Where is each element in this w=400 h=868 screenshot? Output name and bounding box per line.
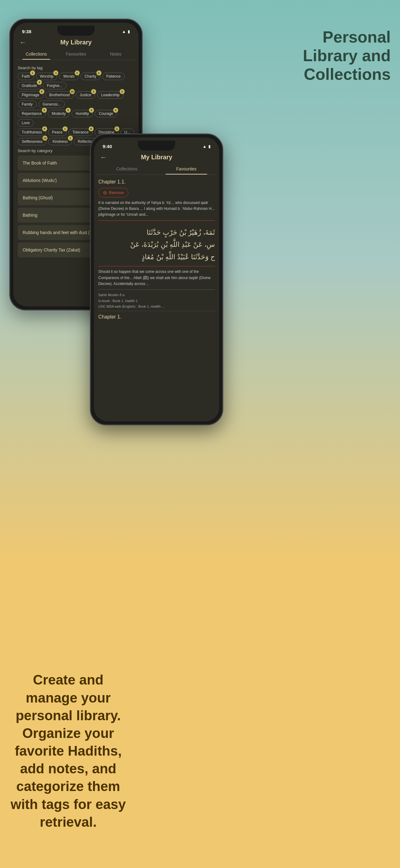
phone1-tabs: Collections Favourites Notes xyxy=(16,49,135,60)
phone2-tabs: Collections Favourites xyxy=(97,163,216,175)
tag-leadership-badge: 2 xyxy=(120,89,125,94)
tag-forgive[interactable]: Forgive... xyxy=(43,82,66,89)
tab-favourites[interactable]: Favourites xyxy=(56,49,96,60)
tag-morals-badge: 1 xyxy=(75,70,80,75)
phone1-notch xyxy=(57,26,95,36)
chapter2-title: Chapter 1. xyxy=(98,311,215,323)
tag-brotherhood[interactable]: Brotherhood 10 xyxy=(45,91,74,99)
promo-top-right: Personal Library and Collections xyxy=(298,28,391,84)
tags-row1: Faith 1 Worship 1 Morals 1 Charity 2 Pat… xyxy=(18,73,134,89)
tag-tolerance-badge: 6 xyxy=(89,126,94,131)
phone1-title: My Library xyxy=(60,39,92,46)
tag-pilgrimage-badge: 6 xyxy=(39,89,44,94)
tag-repentance[interactable]: Repentance 5 xyxy=(18,110,46,117)
tag-peace[interactable]: Peace 1 xyxy=(48,128,67,136)
tag-gratitude-badge: 6 xyxy=(37,80,42,85)
ref1: Sahih Muslim 8 a xyxy=(98,292,215,298)
tag-justice[interactable]: Justice 2 xyxy=(76,91,95,99)
phone2-screen: 9:40 ▲ ▮ ← My Library Collections Favour… xyxy=(94,137,219,421)
tag-discipline-badge: 1 xyxy=(114,126,120,131)
tag-love[interactable]: Love xyxy=(18,119,34,127)
tag-selflessness[interactable]: Selflessness 12 xyxy=(18,138,46,145)
tag-truthfulness-badge: 9 xyxy=(42,126,47,131)
minus-icon: ⊖ xyxy=(103,190,107,195)
hadith-english-text: Should it so happen that we come across … xyxy=(98,269,215,290)
chapter1-title: Chapter 1.1. xyxy=(98,176,215,187)
search-by-tag-label: Search by tag xyxy=(18,65,134,70)
phone2-time: 9:40 xyxy=(103,144,112,149)
tag-faith-badge: 1 xyxy=(30,70,35,75)
phone2-title: My Library xyxy=(141,154,172,161)
tag-pilgrimage[interactable]: Pilgrimage 6 xyxy=(18,91,43,99)
tag-courage[interactable]: Courage 4 xyxy=(95,110,117,117)
tag-family[interactable]: Family xyxy=(18,101,37,108)
tag-modesty[interactable]: Modesty 6 xyxy=(48,110,70,117)
tags-row3: Repentance 5 Modesty 6 Humility 4 Courag… xyxy=(18,110,134,127)
tag-humility-badge: 4 xyxy=(89,108,94,113)
tag-kindness[interactable]: Kindness 1 xyxy=(48,138,72,145)
phone2-nav: ← My Library xyxy=(94,151,219,163)
tag-justice-badge: 2 xyxy=(91,89,96,94)
tag-peace-badge: 1 xyxy=(63,126,68,131)
phone1-back-button[interactable]: ← xyxy=(20,38,26,46)
phone1-nav: ← My Library xyxy=(13,36,139,49)
tag-morals[interactable]: Morals 1 xyxy=(59,73,78,80)
hadith-intro-text: It is narrated on the authority of Yahya… xyxy=(98,200,215,221)
tag-repentance-badge: 5 xyxy=(42,108,47,113)
tag-charity[interactable]: Charity 2 xyxy=(80,73,100,80)
tab2-collections[interactable]: Collections xyxy=(97,163,157,175)
tab-notes[interactable]: Notes xyxy=(96,49,135,60)
tag-worship[interactable]: Worship 1 xyxy=(36,73,58,80)
tag-faith[interactable]: Faith 1 xyxy=(18,73,34,80)
tag-leadership[interactable]: Leadership 2 xyxy=(97,91,124,99)
tag-courage-badge: 4 xyxy=(113,108,118,113)
tag-modesty-badge: 6 xyxy=(66,108,71,113)
battery-icon: ▮ xyxy=(128,29,130,34)
wifi-icon: ▲ xyxy=(122,29,126,34)
tab-collections[interactable]: Collections xyxy=(16,49,56,60)
phone2-notch xyxy=(138,141,175,151)
tag-gratitude[interactable]: Gratitude 6 xyxy=(18,82,41,89)
battery-icon2: ▮ xyxy=(208,144,210,149)
tag-patience[interactable]: Patience xyxy=(102,73,125,80)
tag-humility[interactable]: Humility 4 xyxy=(72,110,93,117)
remove-button[interactable]: ⊖ Remove xyxy=(98,188,128,197)
phone2-content: Chapter 1.1. ⊖ Remove It is narrated on … xyxy=(94,175,219,324)
tag-brotherhood-badge: 10 xyxy=(70,89,75,94)
phone1-status-icons: ▲ ▮ xyxy=(122,29,130,34)
hadith-ref: Sahih Muslim 8 a In-book : Book 1, Hadit… xyxy=(98,292,215,310)
phone2-status-icons: ▲ ▮ xyxy=(202,144,210,149)
arabic-text: ثَمَةَ، زُهَيْرُ بْنُ حَرْبٍ حَدَّثَنَا … xyxy=(98,223,215,267)
wifi-icon2: ▲ xyxy=(202,144,206,149)
tags-row2: Pilgrimage 6 Brotherhood 10 Justice 2 Le… xyxy=(18,91,134,108)
tag-kindness-badge: 1 xyxy=(68,136,73,141)
tag-selflessness-badge: 12 xyxy=(42,136,47,141)
tag-generosi[interactable]: Generosi... xyxy=(38,101,65,108)
tag-tolerance[interactable]: Tolerance 6 xyxy=(69,128,93,136)
phone1-time: 9:38 xyxy=(22,29,31,34)
promo-bottom-left: Create and manage your personal library.… xyxy=(9,671,127,831)
phone2-back-button[interactable]: ← xyxy=(100,153,107,161)
phone2: 9:40 ▲ ▮ ← My Library Collections Favour… xyxy=(90,133,223,425)
ref3: USC-MSA web (English) : Book 1, Hadith .… xyxy=(98,304,215,310)
ref2: In-book : Book 1, Hadith 1 xyxy=(98,298,215,304)
tag-worship-badge: 1 xyxy=(53,70,58,75)
tag-charity-badge: 2 xyxy=(96,70,101,75)
tab2-favourites[interactable]: Favourites xyxy=(157,163,216,175)
tag-truthfulness[interactable]: Truthfulness 9 xyxy=(18,128,46,136)
